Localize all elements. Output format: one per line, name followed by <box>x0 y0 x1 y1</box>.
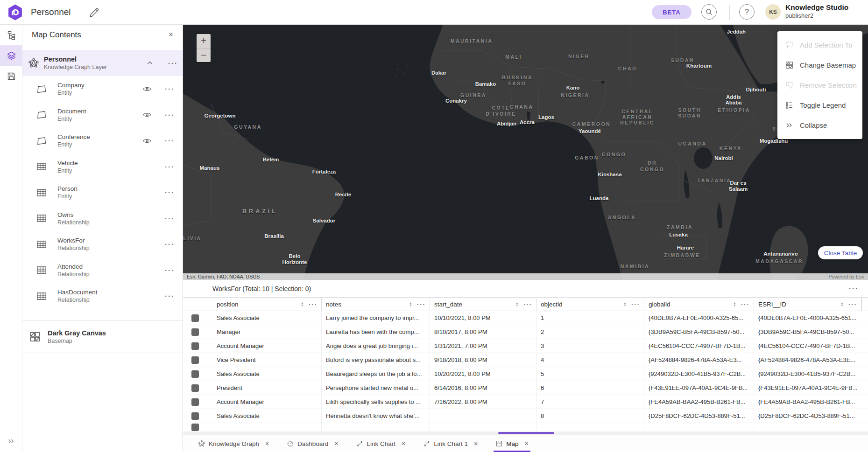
layer-group-personnel[interactable]: Personnel Knowledge Graph Layer ··· <box>22 50 183 76</box>
layer-row-owns[interactable]: Owns Relationship ··· <box>22 206 183 232</box>
row-checkbox[interactable] <box>191 314 199 322</box>
cell-globalid[interactable]: {FE4A59AB-BAA2-495B-B261-FB... <box>644 395 754 409</box>
tab-close-icon[interactable]: × <box>402 440 405 447</box>
cell-start-date[interactable]: 10/10/2021, 8:00 PM <box>430 311 536 325</box>
row-checkbox[interactable] <box>191 328 199 336</box>
cell-start-date[interactable]: 6/14/2016, 8:00 PM <box>430 381 536 395</box>
layer-group-options-icon[interactable]: ··· <box>168 59 178 67</box>
layer-row-vehicle[interactable]: Vehicle Entity ··· <box>22 154 183 180</box>
search-button[interactable] <box>701 4 717 20</box>
cell-notes[interactable]: Beauregard sleeps on the job a lo... <box>322 367 430 381</box>
layer-row-attended[interactable]: Attended Relationship ··· <box>22 257 183 284</box>
cell-globalid[interactable]: {4EC56104-CCC7-4907-BF7D-1B... <box>644 339 754 353</box>
basemap-row[interactable]: Dark Gray Canvas Basemap <box>22 324 183 349</box>
tab-map[interactable]: Map × <box>494 435 530 452</box>
map-view[interactable]: JeddahKhartoumSUDANMAURITANIAMALINIGERCH… <box>183 25 868 280</box>
tab-close-icon[interactable]: × <box>524 440 528 447</box>
cell-globalid[interactable]: {9249032D-E300-41B5-937F-C2B... <box>644 367 754 381</box>
visibility-eye-icon[interactable] <box>142 136 152 146</box>
chevron-up-icon[interactable] <box>146 59 154 67</box>
cell-start-date[interactable] <box>430 409 536 423</box>
cell-esri-id[interactable]: {3DB9A59C-B5FA-49CB-8597-50... <box>754 325 861 339</box>
cell-globalid[interactable] <box>644 423 754 431</box>
cell-objectid[interactable]: 8 <box>536 409 644 423</box>
layer-row-conference[interactable]: Conference Entity ··· <box>22 128 183 154</box>
sort-icon[interactable]: ▲▼ <box>840 302 844 306</box>
layer-options-icon[interactable]: ··· <box>165 85 176 93</box>
tab-knowledge-graph[interactable]: Knowledge Graph × <box>196 435 271 452</box>
layer-options-icon[interactable]: ··· <box>165 266 176 274</box>
layer-options-icon[interactable]: ··· <box>165 240 176 248</box>
tab-dashboard[interactable]: Dashboard × <box>285 435 340 452</box>
column-header-objectid[interactable]: objectid ▲▼ ··· <box>536 298 644 311</box>
zoom-out-button[interactable]: − <box>197 48 211 62</box>
tab-close-icon[interactable]: × <box>265 440 269 447</box>
cell-esri-id[interactable]: {40DE0B7A-EF0E-4000-A325-651... <box>754 311 861 325</box>
column-header-globalid[interactable]: globalid ▲▼ ··· <box>644 298 754 311</box>
cell-esri-id[interactable]: {FE4A59AB-BAA2-495B-B261-FB... <box>754 395 861 409</box>
cell-globalid[interactable]: {D25F8DCF-62DC-4D53-889F-51... <box>644 409 754 423</box>
cell-position[interactable]: Vice President <box>212 353 322 367</box>
row-checkbox[interactable] <box>191 384 199 392</box>
cell-start-date[interactable]: 8/10/2017, 8:00 PM <box>430 325 536 339</box>
close-table-button[interactable]: Close Table <box>818 246 863 259</box>
cell-notes[interactable]: Larry joined the company to impr... <box>322 311 430 325</box>
menu-item-add-selection-to[interactable]: Add Selection To <box>777 35 862 55</box>
sort-icon[interactable]: ▲▼ <box>409 302 412 306</box>
cell-objectid[interactable]: 2 <box>536 325 644 339</box>
cell-position[interactable]: Sales Associate <box>212 367 322 381</box>
cell-notes[interactable]: Lauretta has been with the comp... <box>322 325 430 339</box>
panel-close-icon[interactable]: × <box>165 29 176 41</box>
cell-globalid[interactable]: {40DE0B7A-EF0E-4000-A325-65... <box>644 311 754 325</box>
cell-notes[interactable] <box>322 423 430 431</box>
row-checkbox[interactable] <box>191 370 199 378</box>
cell-objectid[interactable]: 6 <box>536 381 644 395</box>
rail-data-model-button[interactable] <box>0 25 22 45</box>
layer-row-person[interactable]: Person Entity ··· <box>22 180 183 206</box>
cell-notes[interactable]: Buford is very passionate about s... <box>322 353 430 367</box>
layer-row-worksfor[interactable]: WorksFor Relationship ··· <box>22 231 183 257</box>
tab-link-chart-1[interactable]: Link Chart 1 × <box>421 435 480 452</box>
row-checkbox[interactable] <box>191 356 199 364</box>
column-options-icon[interactable]: ··· <box>631 301 640 308</box>
layer-options-icon[interactable]: ··· <box>165 163 176 171</box>
menu-item-collapse[interactable]: Collapse <box>777 115 862 135</box>
cell-esri-id[interactable]: {9249032D-E300-41B5-937F-C2B... <box>754 367 861 381</box>
table-options-icon[interactable]: ··· <box>849 285 859 292</box>
user-avatar[interactable]: KS <box>765 4 781 20</box>
tab-close-icon[interactable]: × <box>474 440 478 447</box>
rail-layers-button[interactable] <box>0 45 22 66</box>
layer-row-document[interactable]: Document Entity ··· <box>22 102 183 128</box>
column-options-icon[interactable]: ··· <box>741 301 750 308</box>
rail-save-button[interactable] <box>0 66 22 86</box>
layer-options-icon[interactable]: ··· <box>165 188 176 196</box>
scrollbar-thumb[interactable] <box>498 432 554 434</box>
cell-start-date[interactable]: 1/31/2021, 7:00 PM <box>430 339 536 353</box>
cell-position[interactable]: Sales Associate <box>212 311 322 325</box>
layer-options-icon[interactable]: ··· <box>165 215 176 223</box>
cell-notes[interactable]: Angie does a great job bringing i... <box>322 339 430 353</box>
layer-options-icon[interactable]: ··· <box>165 137 176 145</box>
cell-position[interactable]: Manager <box>212 325 322 339</box>
sort-icon[interactable]: ▲▼ <box>515 302 519 306</box>
column-options-icon[interactable]: ··· <box>309 301 318 308</box>
column-header-notes[interactable]: notes ▲▼ ··· <box>322 298 430 311</box>
menu-item-remove-selection[interactable]: Remove Selection <box>777 75 862 95</box>
cell-position[interactable]: Account Manager <box>212 339 322 353</box>
cell-notes[interactable]: Lilith specifically sells supplies to ..… <box>322 395 430 409</box>
cell-position[interactable]: Account Manager <box>212 395 322 409</box>
tab-close-icon[interactable]: × <box>334 440 338 447</box>
column-options-icon[interactable]: ··· <box>523 301 532 308</box>
cell-objectid[interactable]: 4 <box>536 353 644 367</box>
visibility-eye-icon[interactable] <box>142 84 152 94</box>
cell-objectid[interactable]: 1 <box>536 311 644 325</box>
tab-link-chart[interactable]: Link Chart × <box>354 435 408 452</box>
row-checkbox[interactable] <box>191 412 199 420</box>
table-horizontal-scrollbar[interactable] <box>183 431 868 435</box>
layer-row-hasdocument[interactable]: HasDocument Relationship ··· <box>22 283 183 309</box>
layer-options-icon[interactable]: ··· <box>165 111 176 119</box>
cell-notes[interactable]: Henrietta doesn't know what she'... <box>322 409 430 423</box>
cell-esri-id[interactable]: {F43E91EE-097A-40A1-9C4E-9FB... <box>754 381 861 395</box>
sort-icon[interactable]: ▲▼ <box>301 302 304 306</box>
cell-notes[interactable]: Persephone started new metal o... <box>322 381 430 395</box>
